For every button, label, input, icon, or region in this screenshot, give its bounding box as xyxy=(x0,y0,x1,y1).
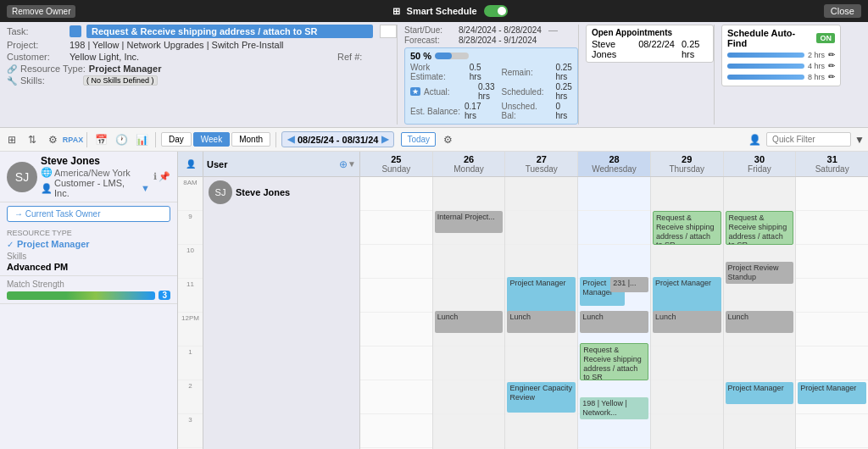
day-col-sat: Project Manager xyxy=(796,177,868,449)
task-title: Request & Receive shipping address / att… xyxy=(86,25,373,38)
mon-event-internal[interactable]: Internal Project... xyxy=(435,211,504,233)
wed-event-lunch[interactable]: Lunch xyxy=(580,311,648,333)
af-edit-4hrs[interactable]: ✏ xyxy=(828,61,835,70)
wed-event-request[interactable]: Request & Receive shipping address / att… xyxy=(580,343,648,380)
remain-label: Remain: xyxy=(501,68,552,77)
fri-event-pm[interactable]: Project Manager xyxy=(726,382,794,404)
globe-icon: 🌐 xyxy=(41,167,53,178)
top-bar: Remove Owner ⊞ Smart Schedule Close xyxy=(0,0,868,22)
user-company-icon: 👤 xyxy=(41,183,53,194)
check-icon: ✓ xyxy=(7,240,14,249)
date-range: 08/25/24 - 08/31/24 xyxy=(298,135,378,145)
task-ref-box xyxy=(380,25,397,38)
ref-label: Ref #: xyxy=(337,52,397,62)
match-bar xyxy=(7,291,155,300)
customer-label: Customer: xyxy=(7,52,66,62)
week-tab[interactable]: Week xyxy=(193,132,230,147)
user-row-name: Steve Jones xyxy=(236,187,290,197)
budget-pct: 50 % xyxy=(410,51,431,61)
clock-icon[interactable]: 🕐 xyxy=(113,131,130,148)
rpax-icon[interactable]: RPAX xyxy=(64,131,81,148)
pin-icon[interactable]: 📌 xyxy=(159,171,170,182)
start-due-label: Start/Due: xyxy=(404,25,455,35)
fri-event-lunch[interactable]: Lunch xyxy=(726,311,794,333)
wed-event-198[interactable]: 198 | Yellow | Network... xyxy=(580,397,648,419)
resource-type-label: Resource Type: xyxy=(20,64,86,74)
calendar-header: 👤 User ⊕ ▼ 25 Sunday 26 Monday 27 Tuesda… xyxy=(178,152,868,177)
remove-owner-button[interactable]: Remove Owner xyxy=(7,5,75,18)
filter-settings-icon[interactable]: ⚙ xyxy=(439,131,456,148)
toolbar: ⊞ ⇅ ⚙ RPAX 📅 🕐 📊 Day Week Month ◀ 08/25/… xyxy=(0,128,868,152)
af-edit-2hrs[interactable]: ✏ xyxy=(828,50,835,59)
view-tabs: Day Week Month xyxy=(161,132,270,147)
day-col-tue: Project Manager Lunch Engineer Capacity … xyxy=(505,177,578,449)
add-user-icon[interactable]: ⊕ xyxy=(339,158,348,170)
est-balance-value: 0.17 hrs xyxy=(465,102,494,120)
unsched-bal-value: 0 hrs xyxy=(555,102,571,120)
sidebar-advanced-pm: Advanced PM xyxy=(7,262,170,272)
prev-week-arrow[interactable]: ◀ xyxy=(287,134,294,145)
tue-event-lunch[interactable]: Lunch xyxy=(507,311,576,333)
month-tab[interactable]: Month xyxy=(231,132,270,147)
fri-event-standup[interactable]: Project Review Standup xyxy=(726,262,794,284)
day-header-fri: 30 Friday xyxy=(724,152,797,176)
resource-type-section-label: Resource Type xyxy=(7,229,72,237)
expand-company-icon[interactable]: ▼ xyxy=(141,183,150,193)
work-estimate-label: Work Estimate: xyxy=(410,63,466,81)
current-task-owner-button[interactable]: → Current Task Owner xyxy=(7,206,170,222)
day-headers: 25 Sunday 26 Monday 27 Tuesday 28 Wednes… xyxy=(360,152,868,176)
skills-label-task: Skills: xyxy=(20,75,80,86)
thu-event-lunch[interactable]: Lunch xyxy=(653,311,721,333)
af-edit-8hrs[interactable]: ✏ xyxy=(828,72,835,81)
user-icon[interactable]: 👤 xyxy=(746,131,763,148)
project-value: 198 | Yellow | Network Upgrades | Switch… xyxy=(70,40,284,50)
user-row-avatar: SJ xyxy=(209,180,232,204)
mon-event-lunch[interactable]: Lunch xyxy=(435,311,504,333)
toolbar-sep-3 xyxy=(275,132,276,147)
match-number: 3 xyxy=(159,291,170,300)
close-button[interactable]: Close xyxy=(824,4,861,18)
layers-icon[interactable]: ⊞ xyxy=(3,131,20,148)
fri-event-request[interactable]: Request & Receive shipping address / att… xyxy=(726,211,794,245)
quick-filter-input[interactable] xyxy=(766,132,851,147)
sidebar-user-icons: ℹ 📌 xyxy=(153,171,170,182)
sidebar-user-name: Steve Jones xyxy=(41,155,150,167)
user-col-header: User ⊕ ▼ xyxy=(203,152,360,176)
day-header-sun: 25 Sunday xyxy=(360,152,433,176)
forecast-value: 8/28/2024 - 9/1/2024 xyxy=(459,36,537,45)
task-info-section: Task: Request & Receive shipping address… xyxy=(0,22,868,128)
work-estimate-value: 0.5 hrs xyxy=(470,63,495,81)
schedule-icon: ⊞ xyxy=(392,6,400,17)
calendar-icon[interactable]: 📅 xyxy=(92,131,109,148)
scheduled-value: 0.25 hrs xyxy=(555,82,571,101)
open-appt-title: Open Appointments xyxy=(592,28,708,37)
gear-icon[interactable]: ⚙ xyxy=(44,131,61,148)
project-label: Project: xyxy=(7,40,66,50)
thu-event-request[interactable]: Request & Receive shipping address / att… xyxy=(653,211,721,245)
auto-find-title: Schedule Auto-Find xyxy=(727,28,814,48)
day-tab[interactable]: Day xyxy=(161,132,192,147)
day-col-fri: Request & Receive shipping address / att… xyxy=(724,177,797,449)
user-col-label: User xyxy=(207,159,339,169)
sat-event-pm[interactable]: Project Manager xyxy=(798,382,866,404)
day-col-mon: Internal Project... Lunch xyxy=(433,177,506,449)
day-col-wed: Project Manager 231 |... Lunch Request &… xyxy=(578,177,651,449)
chart-icon[interactable]: 📊 xyxy=(133,131,150,148)
date-nav: ◀ 08/25/24 - 08/31/24 ▶ xyxy=(281,131,394,147)
expand-user-icon[interactable]: ▼ xyxy=(348,159,356,169)
tue-event-engineer[interactable]: Engineer Capacity Review xyxy=(507,382,576,413)
actual-value: 0.33 hrs xyxy=(478,82,494,101)
info-icon[interactable]: ℹ xyxy=(153,171,157,182)
days-container: Internal Project... Lunch Project Manage… xyxy=(360,177,868,449)
start-due-value: 8/24/2024 - 8/28/2024 xyxy=(459,25,542,35)
sidebar-skills-label: Skills xyxy=(7,252,26,261)
today-button[interactable]: Today xyxy=(401,132,436,147)
sidebar-user-company: 👤 Customer - LMS, Inc. ▼ xyxy=(41,178,150,198)
af-label-4hrs: 4 hrs xyxy=(808,62,825,70)
open-appt-date: 08/22/24 xyxy=(638,39,675,59)
schedule-toggle[interactable] xyxy=(484,5,508,17)
next-week-arrow[interactable]: ▶ xyxy=(381,134,388,145)
wed-event-231[interactable]: 231 |... xyxy=(610,277,648,292)
sort-icon[interactable]: ⇅ xyxy=(24,131,41,148)
funnel-icon[interactable]: ▼ xyxy=(854,134,865,146)
